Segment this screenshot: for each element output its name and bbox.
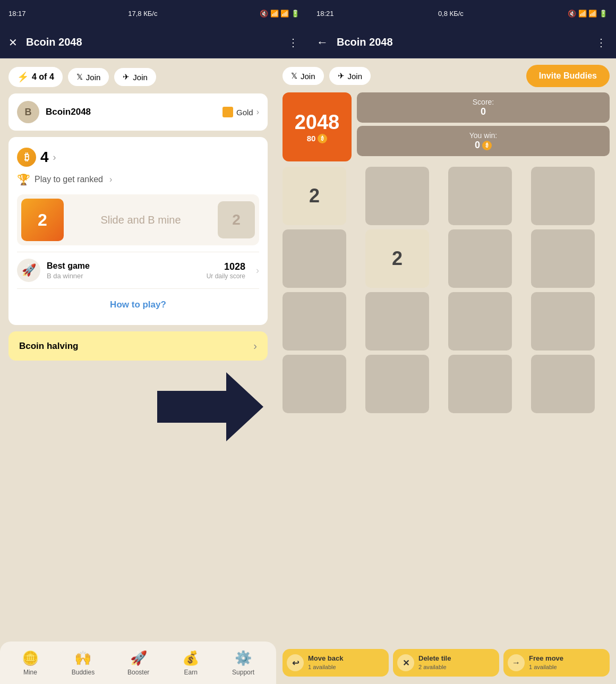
grid-cell-1	[365, 167, 429, 225]
status-data-right: 0,8 КБ/с	[438, 10, 464, 18]
nav-icon-mine: 🪙	[22, 650, 39, 666]
action-btn-icon-2: →	[508, 654, 525, 671]
telegram-icon-right: ✈	[338, 71, 345, 81]
left-bottom-nav: 🪙 Mine 🙌 Buddies 🚀 Booster 💰 Earn ⚙️ Sup…	[0, 642, 276, 684]
grid-cell-7	[531, 229, 595, 288]
join-telegram-label-right: Join	[348, 72, 363, 81]
best-game-info: Best game B da winner	[47, 261, 200, 280]
bitcoin-arrow-icon: ›	[53, 152, 56, 163]
app-bar-right: ← Bcoin 2048 ⋮	[308, 27, 616, 58]
menu-icon-left[interactable]: ⋮	[288, 36, 300, 49]
score-panel-label: Score:	[365, 98, 601, 106]
trophy-icon: 🏆	[17, 173, 30, 186]
status-bar-left: 18:17 17,8 КБ/с 🔇 📶 📶 🔋	[0, 0, 308, 27]
app-title-left: Bcoin 2048	[26, 36, 288, 48]
grid-cell-4	[283, 229, 346, 288]
tile-2048: 2048 80 ₿	[283, 92, 352, 161]
badge-label: Gold	[236, 108, 253, 117]
rank-arrow-icon: ›	[109, 175, 112, 184]
action-btn-text-1: Delete tile 2 available	[418, 654, 451, 671]
win-panel: You win: 0 ₿	[357, 126, 610, 156]
grid-cell-14	[448, 355, 512, 413]
status-data-left: 17,8 КБ/с	[128, 10, 157, 18]
large-arrow	[157, 372, 263, 441]
how-to-play[interactable]: How to play?	[17, 295, 259, 314]
halving-banner[interactable]: Bcoin halving ›	[8, 331, 268, 361]
nav-item-support[interactable]: ⚙️ Support	[226, 646, 261, 680]
best-game-row[interactable]: 🚀 Best game B da winner 1028 Ur daily sc…	[17, 252, 259, 289]
user-badge: Gold ›	[223, 107, 259, 117]
score-panel: Score: 0	[357, 92, 610, 123]
grid-cell-3	[531, 167, 595, 225]
nav-item-buddies[interactable]: 🙌 Buddies	[65, 646, 101, 680]
grid-cell-5: 2	[365, 229, 429, 288]
best-game-title: Best game	[47, 261, 200, 271]
nav-item-mine[interactable]: 🪙 Mine	[15, 646, 45, 680]
action-btn-sub-2: 1 available	[529, 663, 563, 671]
join-telegram-button-left[interactable]: ✈ Join	[114, 68, 156, 86]
close-icon[interactable]: ✕	[8, 36, 18, 49]
user-card[interactable]: B Bcoin2048 Gold ›	[8, 93, 268, 131]
x-icon-right: 𝕏	[291, 71, 297, 81]
nav-label-support: Support	[232, 669, 254, 676]
game-area: 2048 80 ₿ Score: 0 You win: 0	[283, 92, 610, 413]
stats-card: ₿ 4 › 🏆 Play to get ranked › 2 Slide and…	[8, 137, 268, 325]
action-btn-title-2: Free move	[529, 654, 563, 663]
left-panel: ⚡ 4 of 4 𝕏 Join ✈ Join B Bcoin2048 Gold …	[0, 58, 276, 642]
slide-text: Slide and B mine	[69, 214, 212, 226]
menu-icon-right[interactable]: ⋮	[596, 36, 608, 49]
nav-label-booster: Booster	[127, 669, 149, 676]
score-number: 1028	[207, 261, 245, 272]
invite-buddies-button[interactable]: Invite Buddies	[526, 65, 610, 87]
status-icons-right: 🔇 📶 📶 🔋	[568, 10, 608, 18]
game-top-row: 2048 80 ₿ Score: 0 You win: 0	[283, 92, 610, 161]
telegram-icon-left: ✈	[123, 72, 130, 82]
nav-label-earn: Earn	[184, 669, 198, 676]
win-value: 0	[475, 140, 480, 151]
row-chevron-icon: ›	[256, 265, 259, 276]
nav-icon-earn: 💰	[182, 650, 199, 666]
nav-icon-support: ⚙️	[235, 650, 252, 666]
halving-text: Bcoin halving	[19, 341, 78, 352]
best-game-sub: B da winner	[47, 272, 200, 280]
join-x-button-left[interactable]: 𝕏 Join	[68, 68, 109, 86]
tile-sub-number: 80	[307, 134, 316, 143]
action-btn-title-1: Delete tile	[418, 654, 451, 663]
status-time-left: 18:17	[8, 10, 26, 18]
score-panel-value: 0	[365, 106, 601, 117]
back-icon[interactable]: ←	[316, 36, 328, 49]
right-bottom-nav: ↩ Move back 1 available ✕ Delete tile 2 …	[276, 642, 616, 684]
bcoin-small-icon: ₿	[318, 134, 327, 143]
action-btn-free-move[interactable]: → Free move 1 available	[503, 649, 610, 677]
nav-icon-booster: 🚀	[130, 650, 147, 666]
svg-marker-0	[157, 372, 263, 441]
bottom-nav: 🪙 Mine 🙌 Buddies 🚀 Booster 💰 Earn ⚙️ Sup…	[0, 642, 616, 684]
nav-item-booster[interactable]: 🚀 Booster	[121, 646, 156, 680]
top-bar: ⚡ 4 of 4 𝕏 Join ✈ Join	[8, 67, 268, 87]
join-telegram-button-right[interactable]: ✈ Join	[329, 67, 371, 85]
action-btn-text-2: Free move 1 available	[529, 654, 563, 671]
grid-cell-8	[283, 292, 346, 350]
join-telegram-label: Join	[133, 73, 148, 82]
status-bar-right: 18:21 0,8 КБ/с 🔇 📶 📶 🔋	[308, 0, 616, 27]
tile-2048-number: 2048	[295, 111, 340, 134]
x-icon: 𝕏	[76, 72, 83, 82]
grid-cell-0: 2	[283, 167, 346, 225]
win-bcoin-icon: ₿	[482, 141, 492, 150]
status-time-right: 18:21	[316, 10, 334, 18]
right-top-bar: 𝕏 Join ✈ Join Invite Buddies	[283, 65, 610, 87]
join-x-button-right[interactable]: 𝕏 Join	[283, 67, 324, 85]
app-bar-left: ✕ Bcoin 2048 ⋮	[0, 27, 308, 58]
grid-cell-9	[365, 292, 429, 350]
nav-item-earn[interactable]: 💰 Earn	[176, 646, 206, 680]
action-btn-move-back[interactable]: ↩ Move back 1 available	[283, 649, 389, 677]
grid-cell-2	[448, 167, 512, 225]
join-x-label-right: Join	[301, 72, 315, 81]
grid-cell-13	[365, 355, 429, 413]
grid-cell-12	[283, 355, 346, 413]
gold-icon	[223, 107, 233, 117]
game-grid: 22	[283, 167, 610, 413]
action-btn-delete-tile[interactable]: ✕ Delete tile 2 available	[393, 649, 499, 677]
rank-row[interactable]: 🏆 Play to get ranked ›	[17, 173, 259, 186]
grid-cell-11	[531, 292, 595, 350]
